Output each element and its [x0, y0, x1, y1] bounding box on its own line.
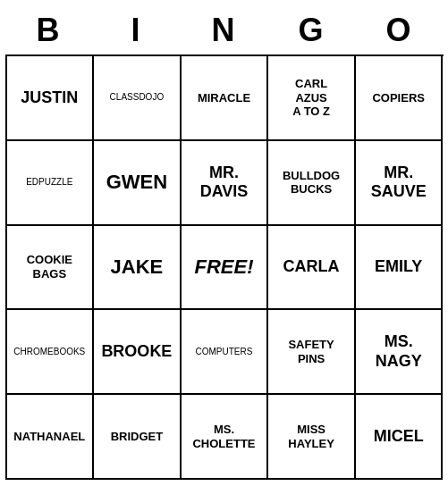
cell-text-21: BRIDGET — [111, 430, 164, 444]
bingo-cell-6: GWEN — [94, 141, 182, 226]
bingo-cell-18: SAFETY PINS — [268, 310, 356, 395]
header-letter-O: O — [356, 6, 444, 54]
header-letter-N: N — [181, 6, 268, 54]
bingo-cell-23: MISS HAYLEY — [268, 395, 356, 480]
cell-text-2: MIRACLE — [198, 91, 250, 105]
bingo-cell-7: MR. DAVIS — [182, 141, 269, 226]
cell-text-8: BULLDOG BUCKS — [283, 169, 340, 197]
cell-text-0: JUSTIN — [21, 88, 78, 108]
bingo-cell-2: MIRACLE — [182, 56, 269, 141]
bingo-cell-24: MICEL — [356, 395, 444, 480]
header-letter-I: I — [93, 6, 181, 54]
bingo-cell-17: COMPUTERS — [182, 310, 269, 395]
bingo-cell-15: CHROMEBOOKS — [7, 310, 95, 395]
cell-text-19: MS. NAGY — [376, 332, 422, 371]
cell-text-4: COPIERS — [372, 91, 425, 105]
bingo-cell-3: CARL AZUS A to Z — [268, 56, 356, 141]
cell-text-20: NATHANAEL — [13, 430, 85, 444]
bingo-cell-13: CARLA — [268, 226, 356, 311]
bingo-cell-1: CLASSDOJO — [94, 56, 182, 141]
bingo-cell-19: MS. NAGY — [356, 310, 444, 395]
cell-text-7: MR. DAVIS — [200, 163, 249, 202]
bingo-cell-12: Free! — [182, 226, 269, 311]
cell-text-13: CARLA — [283, 257, 340, 277]
cell-text-22: MS. CHOLETTE — [192, 423, 255, 450]
bingo-cell-10: COOKIE BAGS — [7, 226, 95, 311]
cell-text-12: Free! — [194, 256, 253, 279]
header-letter-G: G — [268, 6, 356, 54]
cell-text-11: JAKE — [111, 256, 164, 279]
bingo-grid: JUSTINCLASSDOJOMIRACLECARL AZUS A to ZCO… — [5, 54, 444, 480]
cell-text-15: CHROMEBOOKS — [13, 347, 85, 357]
bingo-cell-8: BULLDOG BUCKS — [268, 141, 356, 226]
bingo-cell-9: MR. SAUVE — [356, 141, 444, 226]
header-letter-B: B — [5, 6, 93, 54]
bingo-cell-16: BROOKE — [94, 310, 182, 395]
bingo-cell-20: NATHANAEL — [7, 395, 95, 480]
cell-text-6: GWEN — [106, 171, 167, 194]
cell-text-18: SAFETY PINS — [288, 338, 334, 365]
bingo-cell-22: MS. CHOLETTE — [182, 395, 269, 480]
cell-text-24: MICEL — [374, 427, 424, 447]
bingo-header: BINGO — [5, 6, 444, 54]
bingo-cell-5: EDPUZZLE — [7, 141, 95, 226]
cell-text-1: CLASSDOJO — [110, 92, 165, 103]
bingo-card: BINGO JUSTINCLASSDOJOMIRACLECARL AZUS A … — [5, 6, 444, 480]
bingo-cell-0: JUSTIN — [7, 56, 95, 141]
bingo-cell-14: EMILY — [356, 226, 444, 311]
cell-text-17: COMPUTERS — [196, 347, 253, 357]
bingo-cell-11: JAKE — [94, 226, 182, 311]
cell-text-5: EDPUZZLE — [26, 177, 72, 188]
cell-text-10: COOKIE BAGS — [27, 253, 72, 281]
cell-text-9: MR. SAUVE — [371, 163, 427, 202]
cell-text-16: BROOKE — [101, 342, 172, 362]
bingo-cell-4: COPIERS — [356, 56, 444, 141]
cell-text-14: EMILY — [375, 257, 422, 277]
cell-text-23: MISS HAYLEY — [288, 423, 334, 450]
bingo-cell-21: BRIDGET — [94, 395, 182, 480]
cell-text-3: CARL AZUS A to Z — [292, 77, 330, 119]
